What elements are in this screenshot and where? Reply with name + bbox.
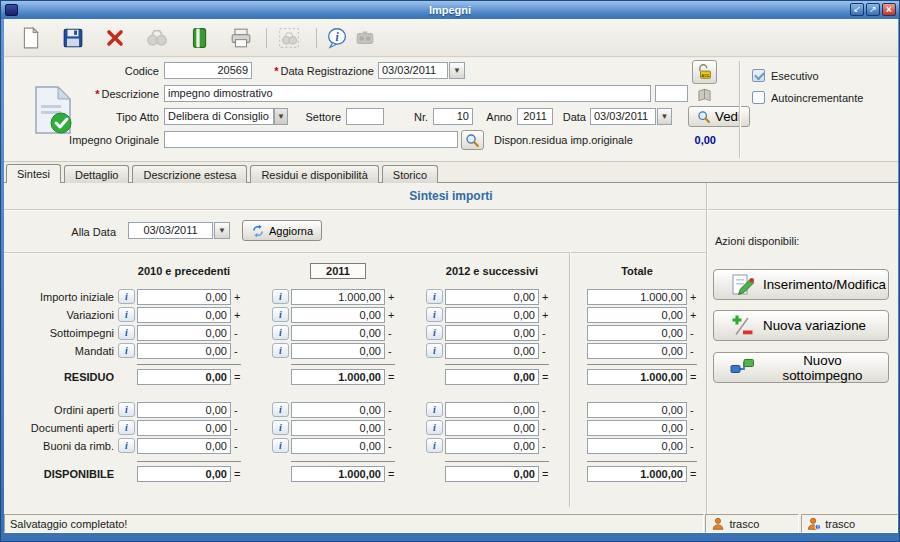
nr-field[interactable]: 10 <box>433 108 473 125</box>
divider <box>4 209 898 210</box>
info-icon[interactable]: i <box>272 325 289 340</box>
tab-sintesi[interactable]: Sintesi <box>6 164 61 183</box>
status-bar: Salvataggio completato! trasco !trasco <box>4 514 898 533</box>
info-icon[interactable]: i <box>272 289 289 304</box>
delete-button[interactable] <box>102 24 130 52</box>
row-disponibile: DISPONIBILE 0,00= 1.000,00= 0,00= 1.000,… <box>4 466 706 482</box>
info-icon[interactable]: i <box>426 325 443 340</box>
print-button[interactable] <box>228 24 256 52</box>
esecutivo-checkbox[interactable] <box>752 69 765 82</box>
info-icon[interactable]: i <box>426 438 443 453</box>
hierarchy-icon <box>730 356 754 380</box>
nuova-variazione-button[interactable]: Nuova variazione <box>713 310 889 341</box>
select-search-button[interactable] <box>276 24 304 52</box>
row-ordini-aperti: Ordini aperti i0,00- i0,00- i0,00- 0,00- <box>4 402 706 418</box>
title-bar[interactable]: Impegni ↙ ↗ × <box>1 1 899 19</box>
search-button[interactable] <box>144 24 172 52</box>
autoincrementante-checkbox[interactable] <box>752 91 765 104</box>
acl-lock-button[interactable]: ACL <box>692 60 717 84</box>
info-button[interactable]: i <box>324 24 352 52</box>
save-button[interactable] <box>60 24 88 52</box>
info-icon[interactable]: i <box>118 307 135 322</box>
required-marker: * <box>274 65 278 77</box>
info-icon[interactable]: i <box>118 420 135 435</box>
section-title: Sintesi importi <box>4 189 898 203</box>
new-button[interactable] <box>18 24 46 52</box>
info-icon[interactable]: i <box>426 402 443 417</box>
info-icon[interactable]: i <box>118 402 135 417</box>
vedi-button[interactable]: Vedi <box>688 106 750 127</box>
row-variazioni: Variazioni i0,00+ i0,00+ i0,00+ 0,00+ <box>4 307 706 323</box>
archive-icon <box>354 27 376 49</box>
tab-storico[interactable]: Storico <box>382 165 438 183</box>
descrizione-code-field[interactable] <box>655 85 688 102</box>
data-atto-label: Data <box>558 111 586 125</box>
table-header-row: 2010 e precedenti 2011 2012 e successivi… <box>4 263 706 279</box>
status-message: Salvataggio completato! <box>4 514 704 533</box>
lock-icon: ACL <box>696 63 714 81</box>
inserimento-modifica-button[interactable]: Inserimento/Modifica <box>713 269 889 300</box>
user-panel-2[interactable]: !trasco <box>801 514 898 533</box>
info-icon[interactable]: i <box>272 402 289 417</box>
tab-dettaglio[interactable]: Dettaglio <box>64 165 129 183</box>
info-icon[interactable]: i <box>118 438 135 453</box>
info-icon[interactable]: i <box>426 420 443 435</box>
close-button[interactable]: × <box>882 3 896 16</box>
descrizione-field[interactable]: impegno dimostrativo <box>164 85 651 102</box>
esecutivo-label: Esecutivo <box>771 70 819 82</box>
tab-residui-disponibilita[interactable]: Residui e disponibilità <box>250 165 378 183</box>
info-icon[interactable]: i <box>426 289 443 304</box>
data-atto-field[interactable]: 03/03/2011 <box>590 108 656 125</box>
impegno-originale-field[interactable] <box>164 131 458 148</box>
info-icon[interactable]: i <box>272 307 289 322</box>
tipo-atto-select[interactable]: Delibera di Consiglio <box>164 108 274 125</box>
info-icon[interactable]: i <box>272 438 289 453</box>
refresh-icon <box>251 224 265 238</box>
data-registrazione-dropdown[interactable]: ▼ <box>449 62 465 79</box>
tipo-atto-dropdown[interactable]: ▼ <box>274 108 288 125</box>
info-icon[interactable]: i <box>118 289 135 304</box>
codice-field[interactable]: 20569 <box>164 62 252 79</box>
info-icon[interactable]: i <box>272 420 289 435</box>
save-icon <box>62 27 84 49</box>
tab-bar: Sintesi Dettaglio Descrizione estesa Res… <box>6 164 441 183</box>
user-badge-icon: ! <box>807 517 821 531</box>
autoincrementante-label: Autoincrementante <box>771 92 863 104</box>
alla-data-label: Alla Data <box>24 226 116 240</box>
edit-icon <box>730 273 754 297</box>
info-icon[interactable]: i <box>118 325 135 340</box>
info-icon[interactable]: i <box>426 343 443 358</box>
alla-data-field[interactable]: 03/03/2011 <box>128 222 213 239</box>
data-atto-dropdown[interactable]: ▼ <box>657 108 672 125</box>
dictionary-button[interactable] <box>693 85 715 104</box>
info-icon[interactable]: i <box>426 307 443 322</box>
maximize-button[interactable]: ↗ <box>866 3 880 16</box>
book-icon <box>696 87 713 103</box>
tipo-atto-label: Tipo Atto <box>59 111 159 125</box>
anno-field[interactable]: 2011 <box>517 108 553 125</box>
settore-label: Settore <box>296 111 341 125</box>
row-mandati: Mandati i0,00- i0,00- i0,00- 0,00- <box>4 343 706 359</box>
catalog-button[interactable] <box>186 24 214 52</box>
info-icon[interactable]: i <box>118 343 135 358</box>
toolbar: i <box>4 19 898 57</box>
settore-field[interactable] <box>346 108 384 125</box>
window-title: Impegni <box>1 4 899 16</box>
minimize-button[interactable]: ↙ <box>850 3 864 16</box>
printer-icon <box>230 27 252 49</box>
user-panel-1[interactable]: trasco <box>705 514 799 533</box>
info-icon[interactable]: i <box>272 343 289 358</box>
window: Impegni ↙ ↗ × i Codice 20569 <box>0 0 900 542</box>
aggiorna-button[interactable]: Aggiorna <box>242 220 322 241</box>
descrizione-label: *Descrizione <box>59 88 159 102</box>
data-registrazione-field[interactable]: 03/03/2011 <box>378 62 448 79</box>
tab-descrizione-estesa[interactable]: Descrizione estesa <box>132 165 247 183</box>
row-sottoimpegni: Sottoimpegni i0,00- i0,00- i0,00- 0,00- <box>4 325 706 341</box>
archive-button[interactable] <box>352 24 380 52</box>
impegno-search-button[interactable] <box>461 130 484 150</box>
nuovo-sottoimpegno-button[interactable]: Nuovo sottoimpegno <box>713 352 889 383</box>
row-documenti-aperti: Documenti aperti i0,00- i0,00- i0,00- 0,… <box>4 420 706 436</box>
alla-data-dropdown[interactable]: ▼ <box>214 222 230 239</box>
impegno-originale-label: Impegno Originale <box>44 134 159 148</box>
new-document-icon <box>20 27 42 49</box>
